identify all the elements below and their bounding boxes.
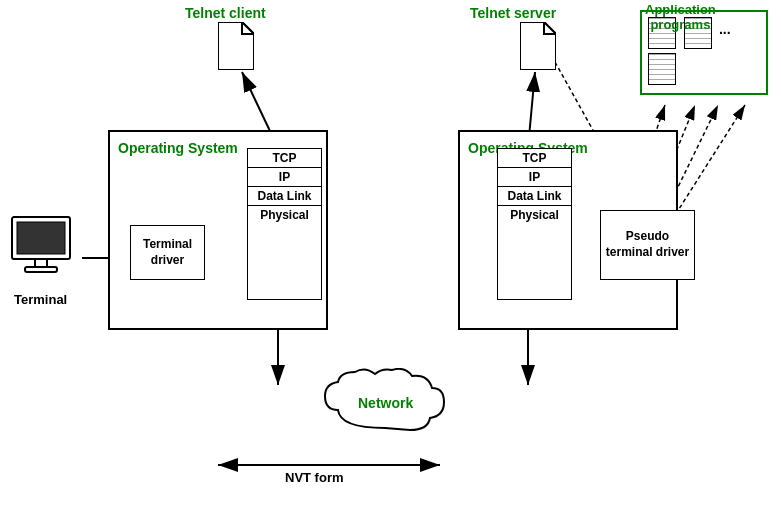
network-label: Network xyxy=(358,395,413,411)
right-tcp-stack: TCP IP Data Link Physical xyxy=(497,148,572,300)
app-icon-3 xyxy=(648,53,676,85)
terminal-label: Terminal xyxy=(14,292,67,307)
telnet-client-icon xyxy=(218,22,254,70)
svg-marker-18 xyxy=(242,22,254,34)
left-physical-label: Physical xyxy=(248,206,321,224)
diagram: Operating System Operating System Termin… xyxy=(0,0,781,509)
terminal-icon xyxy=(10,215,80,285)
svg-rect-22 xyxy=(17,222,65,254)
left-ip-label: IP xyxy=(248,168,321,187)
terminal-driver-label: Terminal driver xyxy=(131,237,204,268)
terminal-driver-box: Terminal driver xyxy=(130,225,205,280)
right-ip-label: IP xyxy=(498,168,571,187)
telnet-server-label: Telnet server xyxy=(470,5,556,21)
svg-rect-24 xyxy=(25,267,57,272)
left-tcp-label: TCP xyxy=(248,149,321,168)
telnet-server-icon xyxy=(520,22,556,70)
left-os-label: Operating System xyxy=(118,140,238,156)
app-dots: ··· xyxy=(719,25,729,41)
left-tcp-stack: TCP IP Data Link Physical xyxy=(247,148,322,300)
right-datalink-label: Data Link xyxy=(498,187,571,206)
right-physical-label: Physical xyxy=(498,206,571,224)
pseudo-terminal-driver-box: Pseudo terminal driver xyxy=(600,210,695,280)
right-tcp-label: TCP xyxy=(498,149,571,168)
application-programs-label: Applicationprograms xyxy=(645,2,716,32)
left-datalink-label: Data Link xyxy=(248,187,321,206)
telnet-client-label: Telnet client xyxy=(185,5,266,21)
svg-line-13 xyxy=(672,105,745,220)
svg-rect-23 xyxy=(35,259,47,267)
pseudo-terminal-driver-label: Pseudo terminal driver xyxy=(601,229,694,260)
svg-marker-20 xyxy=(544,22,556,34)
nvt-form-label: NVT form xyxy=(285,470,344,485)
